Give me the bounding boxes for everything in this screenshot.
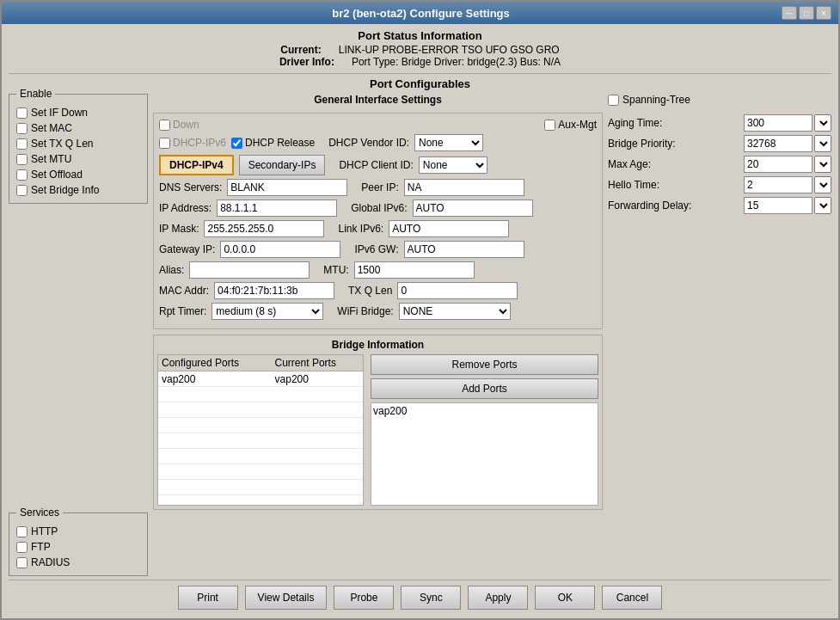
dns-servers-input[interactable]	[227, 179, 347, 196]
set-if-down-checkbox[interactable]	[16, 107, 28, 119]
table-row	[158, 464, 363, 480]
row-dhcp-row2: DHCP-IPv4 Secondary-IPs DHCP Client ID: …	[159, 155, 597, 175]
set-mac-item[interactable]: Set MAC	[16, 122, 140, 134]
port-status-current-row: Current: LINK-UP PROBE-ERROR TSO UFO GSO…	[9, 44, 831, 56]
view-details-button[interactable]: View Details	[245, 586, 328, 610]
set-mtu-item[interactable]: Set MTU	[16, 153, 140, 165]
aging-time-label: Aging Time:	[608, 117, 702, 129]
print-button[interactable]: Print	[178, 586, 238, 610]
dhcp-vendor-id-select[interactable]: None	[414, 134, 483, 151]
radius-checkbox[interactable]	[16, 557, 28, 568]
spanning-tree-row: Spanning-Tree	[608, 94, 831, 106]
set-bridge-info-checkbox[interactable]	[16, 185, 28, 196]
down-label: Down	[173, 119, 199, 131]
close-button[interactable]: ×	[816, 6, 831, 20]
current-value: LINK-UP PROBE-ERROR TSO UFO GSO GRO	[339, 44, 560, 56]
ftp-item[interactable]: FTP	[16, 541, 140, 553]
tx-q-len-input[interactable]	[397, 282, 518, 299]
ports-table-wrapper: Configured Ports Current Ports vap200 va…	[157, 354, 364, 506]
port-status-section: Port Status Information Current: LINK-UP…	[9, 29, 831, 68]
remove-ports-button[interactable]: Remove Ports	[371, 354, 598, 375]
aux-mgt-checkbox[interactable]	[544, 120, 555, 131]
radius-label: RADIUS	[31, 556, 70, 568]
set-tx-q-len-item[interactable]: Set TX Q Len	[16, 138, 140, 150]
mac-addr-label: MAC Addr:	[159, 285, 209, 297]
global-ipv6-input[interactable]	[413, 200, 533, 217]
secondary-ips-button[interactable]: Secondary-IPs	[239, 155, 326, 175]
dhcp-ipv4-button[interactable]: DHCP-IPv4	[159, 155, 234, 175]
link-ipv6-input[interactable]	[389, 220, 509, 237]
down-item[interactable]: Down	[159, 119, 199, 131]
aux-mgt-label: Aux-Mgt	[558, 119, 597, 131]
max-age-input[interactable]	[744, 156, 812, 173]
peer-ip-input[interactable]	[404, 179, 524, 196]
set-offload-checkbox[interactable]	[16, 169, 28, 181]
rpt-timer-label: Rpt Timer:	[159, 305, 206, 317]
main-area: Enable Set IF Down Set MAC Set TX Q Len	[9, 94, 831, 576]
add-ports-button[interactable]: Add Ports	[371, 378, 598, 399]
cancel-button[interactable]: Cancel	[602, 586, 662, 610]
spanning-tree-checkbox[interactable]	[608, 95, 619, 106]
dhcp-release-checkbox[interactable]	[231, 138, 242, 149]
radius-item[interactable]: RADIUS	[16, 556, 140, 568]
table-row	[158, 480, 363, 495]
apply-button[interactable]: Apply	[468, 586, 528, 610]
bridge-info-title: Bridge Information	[157, 339, 598, 351]
forwarding-delay-input[interactable]	[744, 197, 812, 214]
minimize-button[interactable]: ─	[782, 6, 797, 20]
right-fields: Aging Time: ▼ Bridge Priority: ▼	[608, 114, 831, 214]
hello-time-input[interactable]	[744, 176, 812, 193]
gateway-ip-input[interactable]	[220, 241, 340, 258]
set-bridge-info-item[interactable]: Set Bridge Info	[16, 184, 140, 196]
bottom-bar: Print View Details Probe Sync Apply OK C…	[9, 580, 831, 615]
ip-mask-label: IP Mask:	[159, 223, 199, 235]
bridge-priority-select[interactable]: ▼	[814, 135, 831, 152]
maximize-button[interactable]: □	[799, 6, 814, 20]
current-port-cell: vap200	[272, 371, 363, 387]
ports-listbox[interactable]: vap200	[371, 402, 598, 506]
http-item[interactable]: HTTP	[16, 525, 140, 537]
mac-addr-input[interactable]	[214, 282, 334, 299]
http-checkbox[interactable]	[16, 526, 28, 537]
forwarding-delay-label: Forwarding Delay:	[608, 200, 702, 212]
aging-time-input[interactable]	[744, 114, 812, 132]
row-ip-globalipv6: IP Address: Global IPv6:	[159, 200, 597, 217]
max-age-row: Max Age: ▼	[608, 156, 831, 173]
dhcp-client-id-select[interactable]: None	[419, 157, 487, 174]
peer-ip-label: Peer IP:	[361, 181, 398, 193]
main-content: Port Status Information Current: LINK-UP…	[2, 24, 838, 618]
probe-button[interactable]: Probe	[334, 586, 394, 610]
dhcp-ipv6-checkbox[interactable]	[159, 138, 170, 149]
ip-address-input[interactable]	[217, 200, 337, 217]
dns-servers-label: DNS Servers:	[159, 181, 222, 193]
dhcp-ipv6-item[interactable]: DHCP-IPv6	[159, 137, 226, 149]
rpt-timer-select[interactable]: medium (8 s)	[212, 303, 323, 320]
sync-button[interactable]: Sync	[401, 586, 461, 610]
set-offload-item[interactable]: Set Offload	[16, 169, 140, 181]
set-mac-checkbox[interactable]	[16, 123, 28, 134]
port-status-title: Port Status Information	[9, 29, 831, 42]
set-if-down-label: Set IF Down	[31, 107, 88, 119]
hello-time-select[interactable]: ▼	[814, 176, 831, 193]
dhcp-release-item[interactable]: DHCP Release	[231, 137, 315, 149]
ftp-checkbox[interactable]	[16, 542, 28, 553]
max-age-select[interactable]: ▼	[814, 156, 831, 173]
alias-input[interactable]	[189, 261, 310, 279]
window-title: br2 (ben-ota2) Configure Settings	[60, 7, 782, 20]
set-if-down-item[interactable]: Set IF Down	[16, 107, 140, 119]
mtu-input[interactable]	[354, 261, 475, 279]
set-mtu-checkbox[interactable]	[16, 154, 28, 165]
ip-address-label: IP Address:	[159, 202, 212, 214]
aux-mgt-item[interactable]: Aux-Mgt	[544, 119, 597, 131]
link-ipv6-label: Link IPv6:	[338, 223, 383, 235]
ipv6-gw-input[interactable]	[404, 241, 524, 258]
ok-button[interactable]: OK	[535, 586, 595, 610]
bridge-priority-input[interactable]	[744, 135, 812, 152]
set-tx-q-len-checkbox[interactable]	[16, 138, 28, 150]
forwarding-delay-select[interactable]: ▼	[814, 197, 831, 214]
window-controls: ─ □ ×	[782, 6, 831, 20]
aging-time-select[interactable]: ▼	[814, 114, 831, 132]
down-checkbox[interactable]	[159, 120, 170, 131]
ip-mask-input[interactable]	[204, 220, 324, 237]
wifi-bridge-select[interactable]: NONE	[399, 303, 511, 320]
